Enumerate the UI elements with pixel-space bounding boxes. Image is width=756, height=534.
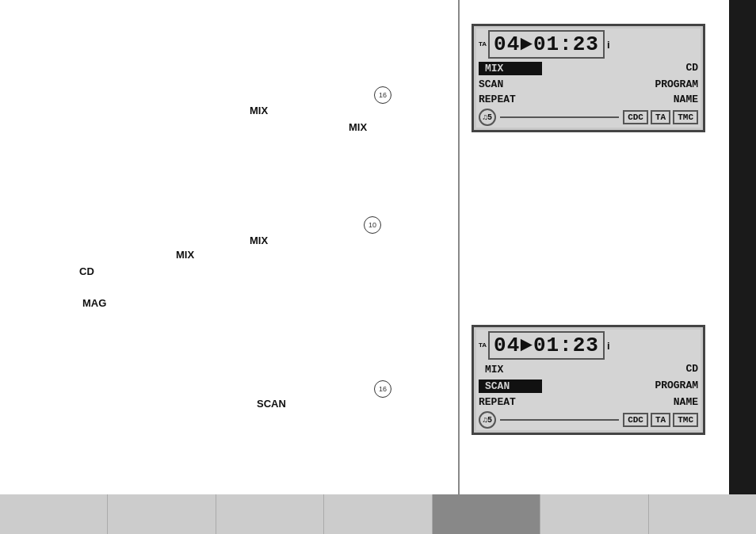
lcd-row4-display1: REPEAT NAME bbox=[476, 92, 701, 107]
lcd-name-d2: NAME bbox=[674, 396, 698, 408]
nav-item-1[interactable] bbox=[0, 494, 108, 534]
lcd-scan-d1: SCAN bbox=[479, 78, 503, 90]
lcd-row4-display2: REPEAT NAME bbox=[476, 395, 701, 410]
circle-10: 10 bbox=[364, 216, 381, 234]
lcd-display-1: TA 04►01:23 i MIX CD SCAN PROGRAM REPEAT… bbox=[472, 24, 705, 132]
lcd-cd-d1: CD bbox=[685, 62, 698, 75]
lcd-program-d2: PROGRAM bbox=[655, 380, 698, 393]
lcd-time-d1: 04►01:23 bbox=[488, 30, 605, 59]
nav-item-7[interactable] bbox=[649, 494, 756, 534]
lcd-mix-d1: MIX bbox=[479, 62, 542, 75]
lcd-display-2: TA 04►01:23 i MIX CD SCAN PROGRAM REPEAT… bbox=[472, 325, 705, 435]
lcd-spacer-d1 bbox=[500, 116, 619, 118]
lcd-row1-display2: TA 04►01:23 i bbox=[476, 330, 701, 361]
mix-label-top-right2: MIX bbox=[349, 121, 367, 133]
lcd-scan-d2: SCAN bbox=[479, 380, 542, 393]
lcd-spacer-d2 bbox=[500, 419, 619, 421]
lcd-cd-d2: CD bbox=[685, 363, 698, 376]
lcd-btn-tmc-d1: TMC bbox=[673, 110, 698, 124]
lcd-name-d1: NAME bbox=[674, 93, 698, 105]
lcd-btn-cdc-d2: CDC bbox=[623, 413, 648, 427]
lcd-row5-display1: ♫5 CDC TA TMC bbox=[476, 107, 701, 128]
ta-label-d1: TA bbox=[479, 41, 487, 48]
divider-line bbox=[458, 0, 460, 494]
nav-item-6[interactable] bbox=[540, 494, 648, 534]
circle-16-top: 16 bbox=[374, 86, 391, 104]
lcd-btn-music-d2: ♫5 bbox=[479, 411, 496, 429]
lcd-btn-ta-d2: TA bbox=[651, 413, 670, 427]
lcd-btn-tmc-d2: TMC bbox=[673, 413, 698, 427]
scan-label: SCAN bbox=[257, 398, 286, 410]
lcd-row3-display2: SCAN PROGRAM bbox=[476, 378, 701, 395]
main-content-area bbox=[0, 0, 460, 494]
nav-item-2[interactable] bbox=[108, 494, 216, 534]
lcd-row1-display1: TA 04►01:23 i bbox=[476, 29, 701, 60]
lcd-row3-display1: SCAN PROGRAM bbox=[476, 77, 701, 92]
lcd-repeat-d1: REPEAT bbox=[479, 93, 516, 105]
lcd-row2-display2: MIX CD bbox=[476, 361, 701, 378]
bottom-navigation-bar bbox=[0, 494, 756, 534]
side-bar bbox=[729, 0, 756, 494]
lcd-program-d1: PROGRAM bbox=[655, 78, 698, 90]
cd-label: CD bbox=[79, 265, 94, 277]
mix-label-mid-right: MIX bbox=[250, 235, 268, 246]
lcd-mix-d2: MIX bbox=[479, 363, 542, 376]
mag-label: MAG bbox=[82, 297, 106, 309]
lcd-repeat-d2: REPEAT bbox=[479, 396, 516, 408]
lcd-time-d2: 04►01:23 bbox=[488, 331, 605, 360]
nav-item-3[interactable] bbox=[216, 494, 324, 534]
lcd-btn-ta-d1: TA bbox=[651, 110, 670, 124]
lcd-btn-cdc-d1: CDC bbox=[623, 110, 648, 124]
circle-16-bot: 16 bbox=[374, 380, 391, 398]
lcd-i-d1: i bbox=[607, 39, 610, 51]
nav-item-4[interactable] bbox=[324, 494, 432, 534]
mix-label-mid-left: MIX bbox=[176, 249, 194, 261]
lcd-btn-music-d1: ♫5 bbox=[479, 109, 496, 126]
ta-label-d2: TA bbox=[479, 342, 487, 349]
nav-item-5[interactable] bbox=[433, 494, 540, 534]
lcd-row5-display2: ♫5 CDC TA TMC bbox=[476, 410, 701, 430]
mix-label-top-right: MIX bbox=[250, 105, 268, 116]
lcd-row2-display1: MIX CD bbox=[476, 60, 701, 77]
lcd-i-d2: i bbox=[607, 340, 610, 352]
